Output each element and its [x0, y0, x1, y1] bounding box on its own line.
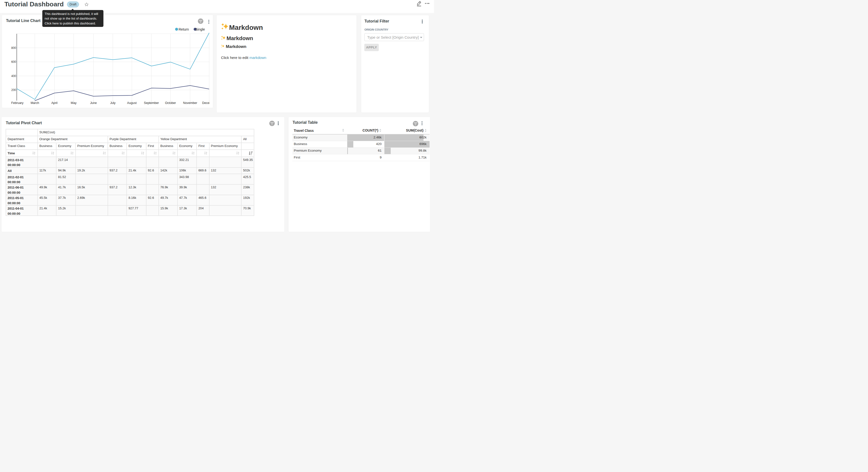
svg-text:May: May: [71, 101, 76, 105]
svg-text:February: February: [11, 101, 24, 105]
svg-text:October: October: [165, 101, 176, 105]
svg-text:August: August: [127, 101, 136, 105]
svg-text:December: December: [202, 101, 209, 105]
svg-text:March: March: [31, 101, 39, 105]
svg-text:September: September: [144, 101, 159, 105]
svg-text:June: June: [90, 101, 97, 105]
svg-text:200: 200: [11, 88, 16, 92]
svg-text:400: 400: [11, 75, 16, 78]
svg-text:November: November: [183, 101, 197, 105]
svg-text:800: 800: [11, 46, 16, 50]
svg-text:July: July: [110, 101, 116, 105]
svg-text:April: April: [51, 101, 57, 105]
svg-text:Single: Single: [195, 27, 205, 31]
svg-text:Return: Return: [179, 27, 189, 31]
svg-text:600: 600: [11, 60, 16, 64]
